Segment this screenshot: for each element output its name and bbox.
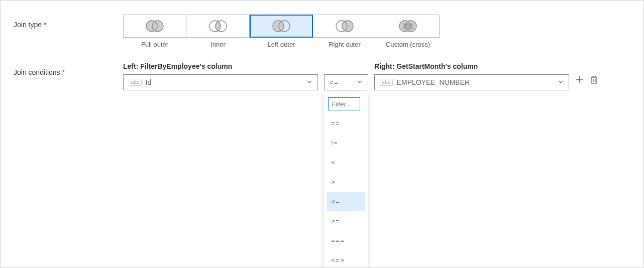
operator-option[interactable]: >= (327, 211, 365, 231)
venn-cross-icon (376, 15, 440, 38)
operator-option[interactable]: == (327, 113, 365, 133)
left-column-dropdown[interactable]: abc Id (123, 74, 318, 90)
join-type-tile-label: Inner (186, 41, 250, 48)
right-column-header: Right: GetStartMonth's column (374, 62, 569, 70)
join-type-tile[interactable]: Custom (cross) (376, 15, 440, 48)
chevron-down-icon (306, 78, 312, 86)
right-column-value: EMPLOYEE_NUMBER (397, 78, 558, 86)
join-conditions-label: Join conditions (14, 62, 119, 76)
operator-header-spacer (324, 62, 368, 70)
left-type-badge: abc (129, 79, 142, 86)
venn-inner-icon (186, 15, 250, 38)
plus-icon (575, 75, 584, 84)
left-column-header: Left: FilterByEmployee's column (123, 62, 318, 70)
join-type-tile[interactable]: Full outer (123, 15, 186, 48)
join-type-row: Join type Full outerInnerLeft outerRight… (14, 15, 630, 48)
condition-actions (575, 75, 598, 86)
join-conditions-row: Join conditions Left: FilterByEmployee's… (14, 62, 630, 90)
join-type-label: Join type (14, 15, 119, 29)
operator-option[interactable]: != (327, 133, 365, 153)
operator-option[interactable]: <=> (327, 250, 365, 268)
join-type-tile-label: Left outer (250, 41, 313, 48)
delete-condition-button[interactable] (590, 75, 598, 86)
join-type-options: Full outerInnerLeft outerRight outerCust… (123, 15, 440, 48)
operator-dropdown[interactable]: <= (324, 74, 368, 90)
add-condition-button[interactable] (575, 75, 584, 86)
right-type-badge: abc (380, 79, 393, 86)
venn-full-icon (123, 15, 186, 38)
chevron-down-icon (558, 78, 564, 86)
svg-point-4 (216, 21, 220, 32)
chevron-down-icon (357, 78, 363, 86)
join-type-tile-label: Full outer (123, 41, 186, 48)
join-type-tile[interactable]: Inner (186, 15, 250, 48)
left-column-block: Left: FilterByEmployee's column abc Id (123, 62, 318, 90)
operator-option[interactable]: > (327, 172, 365, 192)
operator-block: <= (324, 62, 368, 90)
operator-value: <= (330, 79, 339, 86)
venn-right-icon (313, 15, 376, 38)
join-type-tile-label: Right outer (313, 41, 376, 48)
join-condition: Left: FilterByEmployee's column abc Id <… (123, 62, 598, 90)
operator-option[interactable]: === (327, 231, 365, 250)
join-type-tile[interactable]: Right outer (313, 15, 376, 48)
right-column-dropdown[interactable]: abc EMPLOYEE_NUMBER (374, 74, 569, 90)
operator-popup: ==!=<><=>====<=> (324, 92, 368, 268)
join-type-tile-label: Custom (cross) (376, 41, 440, 48)
operator-option[interactable]: <= (327, 192, 365, 211)
join-type-tile[interactable]: Left outer (250, 15, 313, 48)
venn-left-icon (250, 15, 313, 38)
operator-option[interactable]: < (327, 153, 365, 172)
right-column-block: Right: GetStartMonth's column abc EMPLOY… (374, 62, 569, 90)
left-column-value: Id (146, 78, 306, 86)
operator-filter-input[interactable] (328, 97, 360, 110)
trash-icon (590, 75, 598, 84)
